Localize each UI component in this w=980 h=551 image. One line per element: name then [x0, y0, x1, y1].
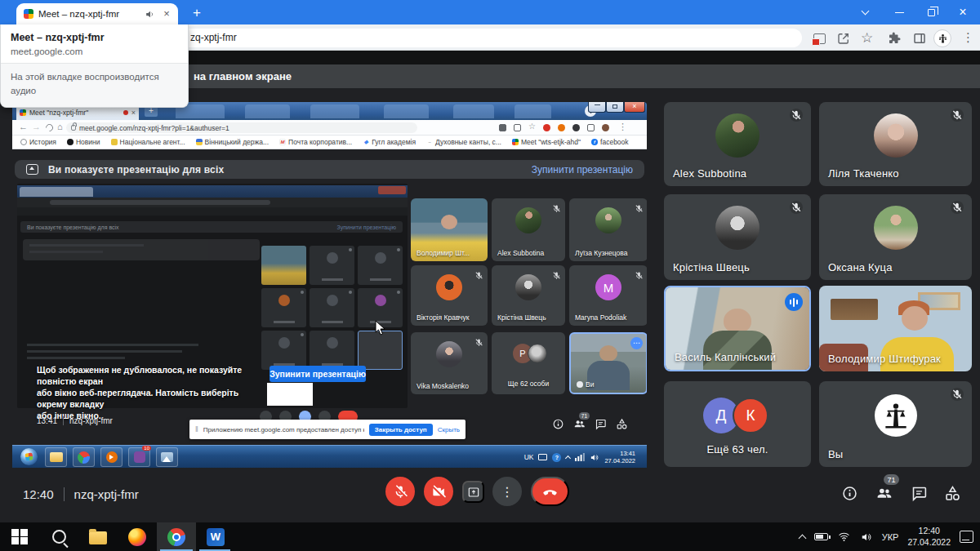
- participant-count-badge: 71: [884, 474, 899, 485]
- shared-taskbar: 10 UK ? 13:4127.04.2022: [12, 445, 647, 468]
- present-button[interactable]: [462, 481, 484, 503]
- mic-off-icon: [790, 201, 803, 214]
- people-count-badge: 71: [579, 412, 590, 420]
- system-tray[interactable]: УКР 12:4027.04.2022: [800, 522, 973, 551]
- stop-presenting-button[interactable]: Зупинити презентацію: [270, 366, 366, 382]
- start-button[interactable]: [0, 522, 39, 551]
- browser-menu-dots-icon[interactable]: ⋮: [962, 30, 974, 45]
- action-center-icon[interactable]: [960, 531, 973, 543]
- tab-capture-icon[interactable]: [813, 33, 826, 44]
- stop-access-button: Закрыть доступ: [369, 424, 433, 436]
- more-options-button[interactable]: ⋮: [492, 477, 522, 506]
- window-minimize-button[interactable]: [884, 0, 915, 24]
- leave-call-button[interactable]: [531, 477, 569, 506]
- media-icon: [499, 124, 506, 131]
- participant-tile-speaking[interactable]: Василь Каплінський: [664, 286, 811, 371]
- shared-tile: Alex Subbotina: [492, 198, 565, 261]
- shared-tile: Vika Moskalenko: [411, 332, 488, 394]
- battery-icon[interactable]: [814, 533, 828, 540]
- back-icon: ←: [19, 122, 28, 131]
- people-icon[interactable]: [875, 485, 893, 502]
- self-label: Вы: [828, 448, 843, 460]
- extension-dark-icon: [572, 124, 580, 131]
- screen: Meet – nzq-xptj-fmr × + × zq-xptj-fmr ☆ …: [0, 0, 980, 551]
- participant-tile[interactable]: Крістіна Швець: [664, 194, 811, 280]
- tooltip-domain: meet.google.com: [11, 47, 178, 56]
- shared-chrome-icon: [73, 447, 95, 467]
- tooltip-audio-note: На этой вкладке воспроизводится аудио: [1, 63, 188, 107]
- browser-tab[interactable]: Meet – nzq-xptj-fmr ×: [16, 3, 178, 24]
- shared-maximize-button: [606, 102, 624, 113]
- search-button[interactable]: [39, 522, 78, 551]
- shared-url-text: meet.google.com/nzq-xptj-fmr?pli=1&authu…: [79, 124, 229, 132]
- shared-meet-page: Ви показуєте презентацію для всіх Зупини…: [12, 149, 647, 445]
- signal-icon: [575, 453, 585, 461]
- mic-off-icon: [951, 109, 964, 122]
- shared-system-tray: UK ? 13:4127.04.2022: [524, 446, 635, 469]
- overflow-label: Ещё 63 чел.: [706, 443, 768, 455]
- camera-toggle-button[interactable]: [424, 477, 453, 506]
- tray-chevron-icon[interactable]: [798, 534, 806, 542]
- people-icon: 71: [573, 418, 586, 430]
- mic-off-icon: [951, 388, 964, 401]
- tab-tooltip: Meet – nzq-xptj-fmr meet.google.com На э…: [0, 24, 189, 108]
- bookmark-star-icon: ☆: [528, 122, 536, 131]
- profile-avatar[interactable]: [933, 29, 951, 47]
- side-panel-icon[interactable]: [912, 31, 927, 46]
- share-icon[interactable]: [836, 31, 851, 46]
- bookmark-star-icon[interactable]: ☆: [861, 29, 875, 44]
- extensions-icon[interactable]: [887, 31, 902, 46]
- shared-profile-avatar: [602, 124, 609, 131]
- recursive-tile: [261, 246, 306, 285]
- shared-tile: Луїза Кузнецова: [569, 198, 647, 261]
- shared-meeting-status: 13:41nzq-xptj-fmr: [37, 416, 113, 425]
- window-menu-chevron[interactable]: [849, 0, 880, 24]
- word-taskbar-icon[interactable]: W: [196, 522, 235, 551]
- volume-icon: [590, 453, 599, 462]
- mic-off-icon: [951, 201, 964, 214]
- participant-name: Крістіна Швець: [673, 261, 750, 273]
- side-panel-icon: [587, 124, 595, 131]
- participant-overflow-tile[interactable]: Д К Ещё 63 чел.: [664, 381, 811, 467]
- extension-orange-icon: [558, 124, 565, 131]
- wifi-icon[interactable]: [837, 531, 851, 543]
- hide-notification-link: Скрыть: [438, 426, 460, 433]
- language-indicator[interactable]: УКР: [882, 532, 899, 542]
- chrome-taskbar-icon[interactable]: [157, 522, 196, 551]
- chat-icon: [595, 418, 607, 430]
- participant-tile[interactable]: Ліля Ткаченко: [819, 102, 972, 186]
- mic-off-icon: [790, 109, 803, 122]
- participant-tile[interactable]: Alex Subbotina: [664, 102, 811, 186]
- explorer-taskbar-icon[interactable]: [78, 522, 118, 551]
- stop-presenting-link[interactable]: Зупинити презентацію: [532, 164, 633, 176]
- forward-icon: →: [32, 122, 41, 131]
- participant-name: Володимир Штифурак: [828, 353, 941, 365]
- shared-tile-you: ⋯ Ви: [569, 332, 647, 394]
- present-icon: [26, 164, 38, 175]
- tab-audio-icon: [145, 9, 155, 20]
- window-close-button[interactable]: ×: [947, 0, 978, 24]
- self-tile[interactable]: Вы: [819, 381, 972, 467]
- tab-title: Meet – nzq-xptj-fmr: [38, 9, 140, 19]
- tray-chevron-icon: [565, 455, 571, 460]
- info-icon[interactable]: [841, 485, 858, 502]
- tab-close-icon[interactable]: ×: [160, 7, 173, 20]
- window-restore-button[interactable]: [915, 0, 947, 24]
- white-overlay-box: [267, 383, 313, 406]
- shared-explorer-icon: [45, 447, 67, 467]
- activities-icon[interactable]: [944, 485, 961, 502]
- shared-close-button: ×: [624, 102, 645, 113]
- chat-icon[interactable]: [911, 485, 928, 502]
- shared-meet-panel-icons: 71: [552, 418, 628, 430]
- presenting-banner-text: Ви показуєте презентацію для всіх: [48, 164, 224, 176]
- clock[interactable]: 12:4027.04.2022: [907, 526, 951, 548]
- mic-toggle-button[interactable]: [385, 477, 415, 506]
- translate-icon: [514, 124, 521, 131]
- firefox-taskbar-icon[interactable]: [118, 522, 157, 551]
- participant-tile[interactable]: Оксана Куца: [819, 194, 972, 280]
- new-tab-button[interactable]: +: [188, 4, 206, 22]
- adblock-icon: [543, 124, 550, 131]
- volume-icon[interactable]: [860, 531, 873, 543]
- participant-tile[interactable]: Володимир Штифурак: [819, 286, 972, 371]
- meeting-status: 12:40 nzq-xptj-fmr: [23, 487, 139, 501]
